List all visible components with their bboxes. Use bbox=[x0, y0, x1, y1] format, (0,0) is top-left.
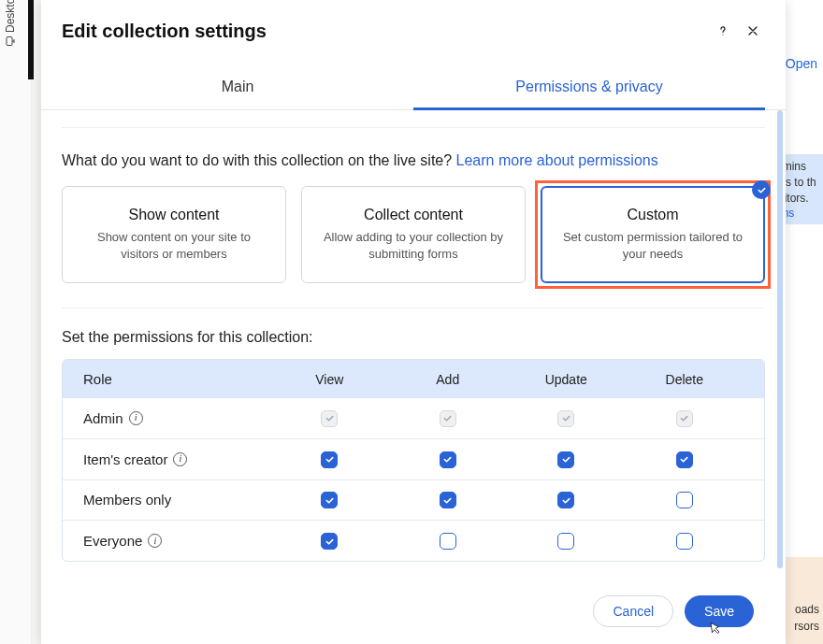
info-icon[interactable]: i bbox=[148, 534, 162, 548]
divider bbox=[62, 308, 765, 308]
table-row: Everyonei bbox=[63, 520, 764, 561]
checkbox-delete[interactable] bbox=[676, 492, 693, 508]
checkbox-delete bbox=[676, 410, 693, 427]
permission-prompt: What do you want to do with this collect… bbox=[62, 152, 765, 169]
checkbox-add bbox=[440, 410, 456, 427]
col-view: View bbox=[270, 372, 389, 387]
edit-collection-modal: Edit collection settings Main Permission… bbox=[41, 0, 786, 644]
svg-point-1 bbox=[722, 34, 723, 35]
col-role: Role bbox=[83, 371, 270, 387]
card-custom[interactable]: Custom Set custom permission tailored to… bbox=[541, 186, 765, 283]
permissions-table: Role View Add Update Delete AdminiItem's… bbox=[62, 359, 765, 562]
role-label: Item's creatori bbox=[83, 451, 270, 467]
modal-body: What do you want to do with this collect… bbox=[41, 110, 786, 580]
card-title: Collect content bbox=[317, 207, 510, 223]
modal-title: Edit collection settings bbox=[62, 21, 711, 42]
col-update: Update bbox=[507, 372, 626, 387]
checkbox-view[interactable] bbox=[321, 492, 338, 508]
info-icon[interactable]: i bbox=[129, 411, 143, 425]
card-title: Custom bbox=[557, 207, 748, 223]
bg-stub-2: rsors bbox=[794, 620, 819, 633]
tab-permissions[interactable]: Permissions & privacy bbox=[413, 65, 765, 109]
checkbox-view[interactable] bbox=[321, 451, 338, 468]
learn-more-link[interactable]: Learn more about permissions bbox=[456, 152, 658, 168]
modal-footer: Cancel Save bbox=[41, 580, 786, 644]
card-title: Show content bbox=[78, 207, 270, 223]
open-link[interactable]: Open bbox=[786, 56, 817, 71]
save-button[interactable]: Save bbox=[685, 595, 754, 627]
table-row: Members only bbox=[63, 479, 764, 521]
role-label: Everyonei bbox=[83, 533, 270, 549]
scrollbar[interactable] bbox=[777, 110, 783, 568]
help-icon[interactable] bbox=[711, 19, 735, 43]
dark-strip bbox=[28, 0, 34, 79]
permissions-table-title: Set the permissions for this collection: bbox=[62, 329, 765, 346]
checkbox-delete[interactable] bbox=[676, 451, 693, 468]
tab-main[interactable]: Main bbox=[62, 65, 413, 109]
checkbox-view bbox=[321, 410, 338, 427]
role-label: Members only bbox=[83, 492, 270, 508]
cancel-button[interactable]: Cancel bbox=[593, 595, 673, 627]
col-add: Add bbox=[389, 372, 508, 387]
col-delete: Delete bbox=[626, 372, 744, 387]
table-row: Admini bbox=[63, 398, 764, 438]
permission-cards: Show content Show content on your site t… bbox=[62, 186, 765, 283]
checkbox-update[interactable] bbox=[557, 492, 574, 508]
selected-badge-icon bbox=[752, 180, 771, 199]
close-icon[interactable] bbox=[741, 19, 765, 43]
background-right: Open dmins ms to th isitors. ons oads rs… bbox=[781, 0, 823, 644]
modal-tabs: Main Permissions & privacy bbox=[41, 65, 786, 110]
table-header-row: Role View Add Update Delete bbox=[63, 360, 764, 398]
card-desc: Allow adding to your collection by submi… bbox=[317, 229, 510, 262]
bg-stub-1: oads bbox=[795, 603, 819, 616]
checkbox-delete[interactable] bbox=[676, 533, 693, 550]
svg-rect-0 bbox=[7, 37, 12, 46]
checkbox-update[interactable] bbox=[557, 533, 574, 550]
viewport-label: Desktop (Prima bbox=[4, 0, 17, 47]
checkbox-add[interactable] bbox=[440, 451, 456, 468]
checkbox-add[interactable] bbox=[440, 492, 456, 508]
checkbox-add[interactable] bbox=[440, 533, 456, 550]
card-desc: Set custom permission tailored to your n… bbox=[557, 229, 748, 262]
card-show-content[interactable]: Show content Show content on your site t… bbox=[62, 186, 286, 283]
card-collect-content[interactable]: Collect content Allow adding to your col… bbox=[301, 186, 526, 283]
table-row: Item's creatori bbox=[63, 438, 764, 479]
modal-header: Edit collection settings bbox=[41, 0, 786, 52]
info-icon[interactable]: i bbox=[173, 452, 187, 466]
role-label: Admini bbox=[83, 410, 270, 426]
checkbox-view[interactable] bbox=[321, 533, 338, 550]
divider bbox=[62, 127, 765, 128]
card-desc: Show content on your site to visitors or… bbox=[78, 229, 270, 262]
checkbox-update[interactable] bbox=[557, 451, 574, 468]
checkbox-update bbox=[557, 410, 574, 427]
background-left-rail: Desktop (Prima bbox=[0, 0, 32, 644]
